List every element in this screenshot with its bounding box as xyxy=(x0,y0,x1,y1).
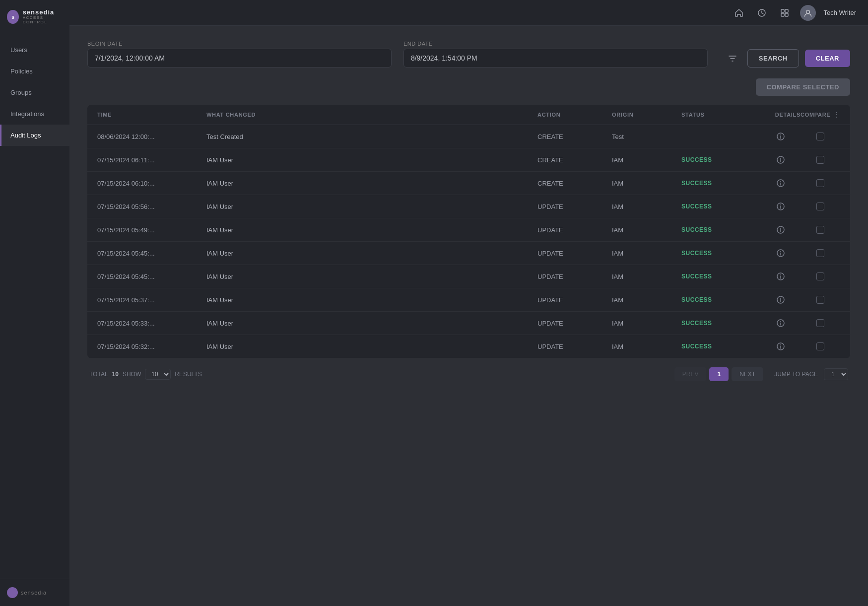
compare-checkbox-3[interactable] xyxy=(801,202,840,210)
sidebar-item-users[interactable]: Users xyxy=(0,39,69,61)
more-options-icon[interactable]: ⋮ xyxy=(833,111,840,119)
table-row: 07/15/2024 05:45:... IAM User UPDATE IAM… xyxy=(87,242,850,265)
td-status-8: SUCCESS xyxy=(681,320,761,327)
th-compare: COMPARE xyxy=(801,112,830,118)
td-origin-6: IAM xyxy=(612,273,681,280)
total-label: TOTAL xyxy=(89,371,108,378)
svg-point-9 xyxy=(780,135,781,135)
td-origin-9: IAM xyxy=(612,343,681,350)
td-what-changed-1: IAM User xyxy=(206,156,537,164)
th-compare-group: COMPARE ⋮ xyxy=(801,111,840,119)
td-time-4: 07/15/2024 05:49:... xyxy=(97,226,206,234)
search-button[interactable]: SEARCH xyxy=(747,49,799,67)
compare-checkbox-2[interactable] xyxy=(801,179,840,187)
th-status: STATUS xyxy=(681,112,761,118)
total-value: 10 xyxy=(112,371,119,378)
svg-rect-5 xyxy=(781,13,784,16)
checkbox-5[interactable] xyxy=(816,249,824,257)
td-status-7: SUCCESS xyxy=(681,296,761,303)
sidebar-item-groups[interactable]: Groups xyxy=(0,82,69,103)
current-page-button[interactable]: 1 xyxy=(709,367,729,381)
svg-text:s: s xyxy=(11,14,14,20)
table-row: 07/15/2024 05:37:... IAM User UPDATE IAM… xyxy=(87,288,850,312)
begin-date-value[interactable]: 7/1/2024, 12:00:00 AM xyxy=(87,49,392,67)
td-origin-8: IAM xyxy=(612,320,681,327)
pagination-row: TOTAL 10 SHOW 10 25 50 RESULTS PREV 1 NE… xyxy=(87,358,850,381)
details-button-9[interactable] xyxy=(761,342,801,351)
sidebar-item-integrations[interactable]: Integrations xyxy=(0,103,69,125)
topbar-username[interactable]: Tech Writer xyxy=(824,9,857,16)
pagination-controls: PREV 1 NEXT JUMP TO PAGE 1 xyxy=(674,367,848,381)
details-button-0[interactable] xyxy=(761,132,801,141)
user-avatar[interactable] xyxy=(800,5,816,21)
checkbox-8[interactable] xyxy=(816,319,824,327)
details-button-5[interactable] xyxy=(761,249,801,258)
svg-point-12 xyxy=(780,158,781,159)
details-button-3[interactable] xyxy=(761,202,801,211)
td-status-2: SUCCESS xyxy=(681,180,761,187)
end-date-field: End Date 8/9/2024, 1:54:00 PM xyxy=(403,41,708,67)
end-date-value[interactable]: 8/9/2024, 1:54:00 PM xyxy=(403,49,708,67)
details-button-2[interactable] xyxy=(761,179,801,188)
td-origin-2: IAM xyxy=(612,180,681,187)
checkbox-3[interactable] xyxy=(816,202,824,210)
details-button-6[interactable] xyxy=(761,272,801,281)
compare-selected-button[interactable]: COMPARE SELECTED xyxy=(756,78,850,96)
table-row: 07/15/2024 06:11:... IAM User CREATE IAM… xyxy=(87,148,850,172)
td-status-5: SUCCESS xyxy=(681,250,761,257)
th-action: ACTION xyxy=(537,112,612,118)
compare-checkbox-7[interactable] xyxy=(801,296,840,304)
compare-checkbox-8[interactable] xyxy=(801,319,840,327)
details-button-1[interactable] xyxy=(761,155,801,164)
compare-checkbox-6[interactable] xyxy=(801,272,840,280)
td-action-3: UPDATE xyxy=(537,203,612,210)
svg-point-15 xyxy=(780,181,781,182)
svg-point-21 xyxy=(780,228,781,229)
history-icon[interactable] xyxy=(754,5,769,20)
details-button-8[interactable] xyxy=(761,319,801,328)
content-area: Begin Date 7/1/2024, 12:00:00 AM End Dat… xyxy=(69,26,868,606)
sidebar: s sensedia ACCESS CONTROL Users Policies… xyxy=(0,0,69,606)
end-date-label: End Date xyxy=(403,41,708,47)
checkbox-2[interactable] xyxy=(816,179,824,187)
checkbox-1[interactable] xyxy=(816,156,824,164)
checkbox-9[interactable] xyxy=(816,342,824,350)
td-time-3: 07/15/2024 05:56:... xyxy=(97,203,206,210)
sidebar-item-audit-logs[interactable]: Audit Logs xyxy=(0,125,69,146)
td-status-9: SUCCESS xyxy=(681,343,761,350)
checkbox-7[interactable] xyxy=(816,296,824,304)
bottom-logo-circle xyxy=(7,587,18,598)
td-origin-0: Test xyxy=(612,133,681,140)
td-what-changed-8: IAM User xyxy=(206,320,537,327)
grid-icon[interactable] xyxy=(777,5,792,20)
checkbox-4[interactable] xyxy=(816,226,824,234)
compare-checkbox-4[interactable] xyxy=(801,226,840,234)
jump-to-page-select[interactable]: 1 xyxy=(824,368,848,380)
checkbox-6[interactable] xyxy=(816,272,824,280)
svg-point-24 xyxy=(780,251,781,252)
td-action-1: CREATE xyxy=(537,156,612,164)
td-action-6: UPDATE xyxy=(537,273,612,280)
details-button-4[interactable] xyxy=(761,225,801,234)
details-button-7[interactable] xyxy=(761,295,801,304)
td-action-9: UPDATE xyxy=(537,343,612,350)
home-icon[interactable] xyxy=(732,5,746,20)
compare-row: COMPARE SELECTED xyxy=(87,78,850,96)
td-status-1: SUCCESS xyxy=(681,156,761,163)
checkbox-0[interactable] xyxy=(816,133,824,140)
prev-page-button[interactable]: PREV xyxy=(674,367,707,381)
compare-checkbox-5[interactable] xyxy=(801,249,840,257)
compare-checkbox-0[interactable] xyxy=(801,133,840,140)
sidebar-item-policies[interactable]: Policies xyxy=(0,61,69,82)
compare-checkbox-1[interactable] xyxy=(801,156,840,164)
td-origin-3: IAM xyxy=(612,203,681,210)
td-time-2: 07/15/2024 06:10:... xyxy=(97,180,206,187)
th-time: TIME xyxy=(97,112,206,118)
show-select[interactable]: 10 25 50 xyxy=(145,369,171,380)
next-page-button[interactable]: NEXT xyxy=(732,367,763,381)
td-origin-5: IAM xyxy=(612,250,681,257)
logo-text: sensedia ACCESS CONTROL xyxy=(23,9,63,25)
compare-checkbox-9[interactable] xyxy=(801,342,840,350)
clear-button[interactable]: CLEAR xyxy=(805,50,850,67)
filter-icon-button[interactable] xyxy=(724,50,741,67)
